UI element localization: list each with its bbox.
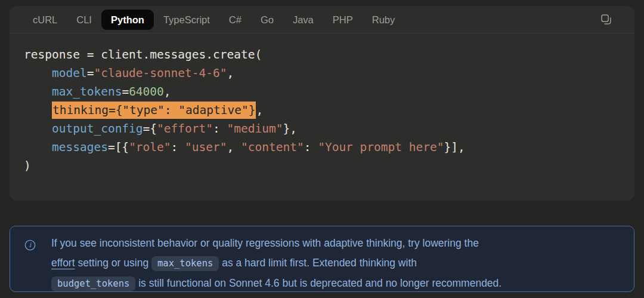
info-callout: i If you see inconsistent behavior or qu… bbox=[10, 226, 634, 292]
callout-text-segment: setting or using bbox=[75, 257, 151, 269]
code-line: ) bbox=[24, 156, 620, 175]
code-token bbox=[24, 122, 52, 136]
svg-text:i: i bbox=[29, 241, 32, 249]
code-token: "role" bbox=[129, 140, 171, 154]
highlighted-code-token: thinking={"type": "adaptive"} bbox=[52, 102, 256, 119]
code-line: response = client.messages.create( bbox=[24, 45, 620, 64]
code-token: }, bbox=[283, 122, 296, 136]
code-token: response = client.messages.create( bbox=[24, 48, 262, 62]
code-token: , bbox=[256, 103, 263, 117]
code-token bbox=[24, 85, 52, 99]
tab-cli[interactable]: CLI bbox=[67, 10, 101, 30]
code-token: messages bbox=[52, 140, 108, 154]
copy-icon bbox=[600, 14, 612, 25]
tab-python[interactable]: Python bbox=[101, 10, 154, 30]
code-token: max_tokens bbox=[52, 85, 122, 99]
code-line: max_tokens=64000, bbox=[24, 82, 620, 101]
tab-java[interactable]: Java bbox=[283, 10, 323, 30]
code-token bbox=[24, 140, 52, 154]
callout-text-segment: is still functional on Sonnet 4.6 but is… bbox=[135, 277, 501, 289]
tab-typescript[interactable]: TypeScript bbox=[154, 10, 219, 30]
code-token: =[{ bbox=[108, 140, 129, 154]
code-token: "Your prompt here" bbox=[318, 140, 444, 154]
code-token: "claude-sonnet-4-6" bbox=[94, 66, 227, 80]
code-token: , bbox=[227, 66, 234, 80]
tab-go[interactable]: Go bbox=[251, 10, 283, 30]
code-token: output_config bbox=[52, 122, 143, 136]
code-token: "content" bbox=[241, 140, 304, 154]
code-token: "user" bbox=[185, 140, 227, 154]
effort-link[interactable]: effort bbox=[51, 257, 75, 269]
code-token: 64000 bbox=[129, 85, 164, 99]
code-content: response = client.messages.create( model… bbox=[10, 33, 634, 187]
code-line: output_config={"effort": "medium"}, bbox=[24, 119, 620, 138]
code-token bbox=[24, 66, 52, 80]
code-line: messages=[{"role": "user", "content": "Y… bbox=[24, 138, 620, 156]
code-token: ) bbox=[24, 159, 31, 173]
language-tab-bar: cURLCLIPythonTypeScriptC#GoJavaPHPRuby bbox=[10, 6, 634, 33]
code-token: }], bbox=[444, 140, 465, 154]
code-token: = bbox=[122, 85, 129, 99]
tab-php[interactable]: PHP bbox=[323, 10, 363, 30]
callout-text-segment: If you see inconsistent behavior or qual… bbox=[51, 237, 479, 249]
code-token: ={ bbox=[143, 122, 157, 136]
code-token bbox=[24, 103, 52, 117]
code-token: , bbox=[164, 85, 171, 99]
code-token: "effort" bbox=[157, 122, 213, 136]
code-line: thinking={"type": "adaptive"}, bbox=[24, 101, 620, 119]
tab-list: cURLCLIPythonTypeScriptC#GoJavaPHPRuby bbox=[23, 10, 404, 30]
code-token: , bbox=[227, 140, 241, 154]
code-token: = bbox=[87, 66, 94, 80]
callout-text-segment: as a hard limit first. Extended thinking… bbox=[219, 257, 417, 269]
tab-curl[interactable]: cURL bbox=[23, 10, 67, 30]
copy-code-button[interactable] bbox=[598, 11, 614, 27]
info-icon: i bbox=[24, 238, 36, 257]
tab-ruby[interactable]: Ruby bbox=[363, 10, 405, 30]
code-line: model="claude-sonnet-4-6", bbox=[24, 64, 620, 82]
callout-text: If you see inconsistent behavior or qual… bbox=[51, 234, 618, 294]
code-token: : bbox=[213, 122, 227, 136]
code-token: "medium" bbox=[227, 122, 283, 136]
tab-c-[interactable]: C# bbox=[219, 10, 251, 30]
code-token: model bbox=[52, 66, 87, 80]
code-block-card: cURLCLIPythonTypeScriptC#GoJavaPHPRuby r… bbox=[10, 6, 634, 201]
code-token: : bbox=[304, 140, 318, 154]
code-token: : bbox=[171, 140, 185, 154]
inline-code-pill: budget_tokens bbox=[51, 277, 135, 291]
inline-code-pill: max_tokens bbox=[151, 256, 219, 271]
